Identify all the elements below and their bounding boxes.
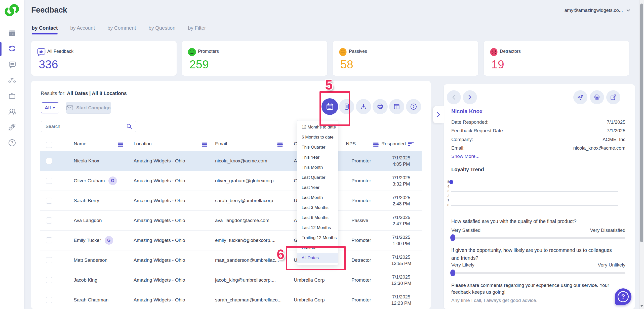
table-row[interactable]: Ava Langdon Amazing Widgets - Ohio ava_l… [40, 210, 422, 231]
column-menu-icon[interactable] [202, 143, 207, 147]
sidebar-item-contacts[interactable] [7, 106, 17, 116]
column-menu-icon[interactable] [118, 143, 123, 147]
table-row[interactable]: Oliver GrahamG Amazing Widgets - Ohio ol… [40, 171, 422, 191]
menu-item-last-year[interactable]: Last Year [297, 183, 338, 193]
menu-item-last-quarter[interactable]: Last Quarter [297, 172, 338, 183]
contact-name: Sarah Berry [74, 198, 99, 203]
detail-panel-expander[interactable] [433, 106, 444, 123]
row-checkbox[interactable] [46, 257, 52, 263]
column-header-responded-label: Responded [381, 141, 406, 147]
table-row[interactable]: Sarah Chapman Amazing Widgets - Ohio sar… [40, 290, 422, 309]
field-label: Company: [451, 137, 473, 142]
email-cell: jacob_king@umbrellacorp.... [215, 270, 276, 290]
menu-item-this-quarter[interactable]: This Quarter [297, 142, 338, 152]
email-cell: emily_tucker@globexcorp.... [215, 230, 275, 250]
next-contact-button[interactable] [463, 90, 477, 104]
comment-icon [8, 60, 16, 69]
responded-cell: 7/1/20253:32 PM [380, 171, 423, 191]
recommend-slider-thumb[interactable] [450, 270, 455, 276]
sidebar-item-campaigns[interactable] [7, 122, 17, 132]
row-checkbox[interactable] [46, 178, 52, 184]
sidebar-item-reviews[interactable] [7, 75, 17, 85]
menu-item-last-month[interactable]: Last Month [297, 193, 338, 203]
print-button[interactable] [373, 99, 388, 114]
tab-by-question[interactable]: by Question [149, 25, 176, 33]
search-icon[interactable] [126, 123, 133, 130]
survey-question-1: How satisfied are you with the quality o… [451, 217, 617, 225]
menu-item-this-month[interactable]: This Month [297, 162, 338, 172]
column-menu-icon[interactable] [373, 143, 379, 147]
menu-item-6-months-to-date[interactable]: 6 Months to date [297, 132, 338, 142]
tab-by-account[interactable]: by Account [70, 25, 95, 33]
question-circle-icon: ? [8, 139, 16, 147]
tab-by-contact[interactable]: by Contact [32, 25, 58, 33]
email-link[interactable]: nicola_knox@acme.com [573, 145, 625, 151]
detail-field: Date Responded: 7/1/2025 [451, 119, 625, 126]
row-checkbox[interactable] [46, 277, 52, 283]
column-header-nps[interactable]: NPS [346, 141, 356, 147]
date-filter-menu: 12 Months to date 6 Months to date This … [297, 120, 338, 265]
table-row[interactable]: Matt Sanderson Amazing Widgets - Ohio ma… [40, 250, 422, 270]
detail-contact-name[interactable]: Nicola Knox [451, 108, 482, 115]
annotation-box-step-6 [286, 246, 346, 270]
layout-columns-button[interactable] [389, 99, 404, 114]
table-row[interactable]: Jacob King Amazing Widgets - Ohio jacob_… [40, 270, 422, 290]
column-header-location[interactable]: Location [134, 141, 152, 147]
row-checkbox[interactable] [46, 198, 52, 204]
field-label: Date Responded: [451, 119, 489, 125]
help-button[interactable]: ? [406, 99, 421, 114]
print-response-button[interactable] [590, 90, 604, 104]
support-chat-button[interactable]: ? [615, 288, 631, 305]
sidebar-item-accounts[interactable] [7, 91, 17, 101]
open-external-button[interactable] [606, 90, 620, 104]
sort-descending-icon[interactable] [408, 142, 414, 146]
column-header-responded[interactable]: Responded [381, 141, 414, 147]
app-logo[interactable] [4, 3, 20, 18]
sidebar-item-help[interactable]: ? [7, 138, 17, 148]
send-feedback-request-button[interactable] [573, 90, 587, 104]
field-label: Email: [451, 145, 465, 151]
svg-text:?: ? [11, 141, 13, 145]
satisfaction-slider-thumb[interactable] [450, 234, 455, 241]
stat-card-promoters: Promoters 259 [182, 41, 327, 76]
tab-by-filter[interactable]: by Filter [188, 25, 206, 33]
column-header-email[interactable]: Email [215, 141, 227, 147]
table-row[interactable]: Emily TuckerG Amazing Widgets - Ohio emi… [40, 230, 422, 250]
show-more-link[interactable]: Show More... [451, 154, 479, 159]
satisfaction-slider-track[interactable] [451, 237, 625, 239]
location-cell: Amazing Widgets - Ohio [134, 290, 185, 309]
scope-dropdown-button[interactable]: All [41, 102, 59, 113]
table-row[interactable]: Nicola Knox Amazing Widgets - Ohio nicol… [40, 151, 422, 171]
sidebar-item-dashboard[interactable] [7, 28, 17, 38]
menu-item-trailing-12-months[interactable]: Trailing 12 Months [297, 233, 338, 243]
recommend-slider-track[interactable] [451, 272, 625, 274]
search-input[interactable] [45, 123, 126, 129]
menu-item-last-3-months[interactable]: Last 3 Months [297, 203, 338, 213]
column-menu-icon[interactable] [277, 143, 283, 147]
table-row[interactable]: Sarah Berry Amazing Widgets - Ohio sarah… [40, 191, 422, 211]
select-all-checkbox[interactable] [46, 142, 52, 148]
scrollbar-down-arrow[interactable] [640, 305, 643, 307]
row-checkbox[interactable] [46, 237, 52, 243]
previous-contact-button[interactable] [447, 90, 461, 104]
start-campaign-button[interactable]: Start Campaign [66, 102, 111, 114]
scrollbar-thumb[interactable] [640, 4, 643, 242]
row-checkbox[interactable] [46, 217, 52, 224]
email-cell: sarah_berry@umbrellacorp... [215, 191, 277, 210]
download-button[interactable] [356, 99, 371, 114]
menu-item-this-year[interactable]: This Year [297, 152, 338, 162]
row-checkbox[interactable] [46, 297, 52, 303]
location-cell: Amazing Widgets - Ohio [134, 230, 185, 250]
row-checkbox[interactable] [46, 158, 52, 164]
chevron-down-icon [626, 9, 630, 12]
account-menu[interactable]: amy@amazingwidgets.co... [564, 8, 630, 13]
menu-item-last-6-months[interactable]: Last 6 Months [297, 213, 338, 223]
tab-by-comment[interactable]: by Comment [107, 25, 136, 33]
slider-right-label: Very Dissatisfied [590, 228, 625, 233]
location-cell: Amazing Widgets - Ohio [134, 171, 185, 191]
menu-item-last-12-months[interactable]: Last 12 Months [297, 223, 338, 233]
column-header-name[interactable]: Name [74, 141, 87, 147]
responded-cell: 7/1/20254:05 PM [380, 151, 423, 171]
sidebar-item-comments[interactable] [7, 59, 17, 69]
sidebar-item-feedback-sync[interactable] [7, 43, 17, 54]
